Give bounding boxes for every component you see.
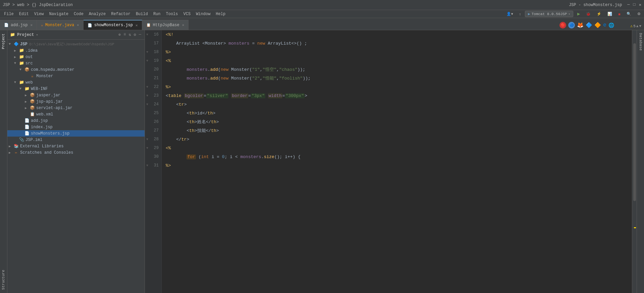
tree-web[interactable]: ▼ 📁 web bbox=[7, 79, 145, 86]
locate-btn[interactable]: ⊕ bbox=[118, 32, 121, 38]
jar-icon-jasper: 📦 bbox=[30, 93, 35, 98]
tree-label-package: com.hspedu.monster bbox=[31, 67, 74, 72]
jsp-close-22: %> bbox=[166, 85, 171, 90]
tree-jsp-api-jar[interactable]: ▶ 📦 jsp-api.jar bbox=[7, 98, 145, 105]
coverage-btn[interactable]: ⚡ bbox=[595, 11, 603, 17]
settings-btn[interactable]: ⚙ bbox=[635, 11, 643, 17]
scrollbar-thumb[interactable] bbox=[633, 43, 636, 201]
attr-width: width bbox=[268, 93, 282, 98]
folder-icon-src: 📁 bbox=[19, 61, 24, 66]
line-num-30: 30 bbox=[145, 152, 161, 161]
tree-jasper-jar[interactable]: ▶ 📦 jasper.jar bbox=[7, 92, 145, 98]
vertical-tab-project[interactable]: Project bbox=[0, 30, 7, 52]
menu-bar: File Edit View Navigate Code Analyze Ref… bbox=[0, 10, 644, 18]
module-icon: 🔷 bbox=[13, 42, 19, 47]
browser-icon-opera[interactable]: 🌐 bbox=[608, 22, 614, 28]
menu-window[interactable]: Window bbox=[193, 11, 213, 17]
warning-icon: ⚠ bbox=[630, 23, 633, 29]
tab-show-monsters-close[interactable]: ✕ bbox=[136, 23, 138, 28]
menu-tools[interactable]: Tools bbox=[163, 11, 181, 17]
tree-root-path: D:\java\Java笔记\JavawebCode\hspedu\JSP bbox=[30, 42, 114, 47]
tab-add-jsp[interactable]: 📄 add.jsp ✕ bbox=[0, 20, 37, 30]
tree-scratches[interactable]: ▶ ✏️ Scratches and Consoles bbox=[7, 149, 145, 156]
search-everywhere-btn[interactable]: 🔍 bbox=[625, 11, 633, 17]
debug-btn[interactable]: 🐞 bbox=[584, 11, 593, 17]
vcs-update-btn[interactable]: ↑ bbox=[517, 11, 523, 17]
tree-show-monsters-jsp[interactable]: ▶ 📄 showMonsters.jsp bbox=[7, 130, 145, 137]
tab-add-jsp-close[interactable]: ✕ bbox=[30, 23, 33, 27]
tab-monster-java[interactable]: ☕ Monster.java ✕ bbox=[37, 20, 84, 30]
menu-analyze[interactable]: Analyze bbox=[86, 11, 108, 17]
kw-for: for bbox=[186, 154, 196, 159]
tree-idea[interactable]: ▶ 📁 .idea bbox=[7, 47, 145, 54]
menu-edit[interactable]: Edit bbox=[16, 11, 32, 17]
vertical-tab-structure[interactable]: Structure bbox=[0, 266, 7, 293]
tree-servlet-jar[interactable]: ▶ 📦 servlet-api.jar bbox=[7, 105, 145, 111]
tree-label-web: web bbox=[25, 80, 33, 85]
tab-show-monsters-jsp[interactable]: 📄 showMonsters.jsp ✕ bbox=[84, 20, 142, 30]
menu-code[interactable]: Code bbox=[71, 11, 86, 17]
tree-index-jsp[interactable]: ▶ 📄 index.jsp bbox=[7, 124, 145, 130]
run-config-label: Tomcat 8.0.50JSP bbox=[532, 12, 567, 16]
code-editor: ▼ 16 17 ▼ 18 ▼ 19 20 21 bbox=[145, 30, 637, 293]
menu-refactor[interactable]: Refactor bbox=[108, 11, 133, 17]
run-btn[interactable]: ▶ bbox=[575, 11, 582, 17]
editor-scrollbar[interactable] bbox=[632, 30, 637, 293]
menu-navigate[interactable]: Navigate bbox=[46, 11, 71, 17]
window-title: JSP - showMonsters.jsp bbox=[569, 3, 622, 7]
menu-vcs[interactable]: VCS bbox=[181, 11, 194, 17]
stop-btn[interactable]: ■ bbox=[616, 11, 623, 17]
tree-package[interactable]: ▼ 📦 com.hspedu.monster bbox=[7, 66, 145, 73]
minimize-btn[interactable]: — bbox=[627, 2, 630, 7]
tab-monster-java-label: Monster.java bbox=[45, 23, 74, 28]
jsp-close-31: %> bbox=[166, 163, 171, 168]
jar-icon-servlet: 📦 bbox=[30, 105, 35, 110]
browser-icon-safari[interactable]: 🔶 bbox=[594, 22, 601, 29]
warning-up-arrow[interactable]: ▲ bbox=[636, 24, 639, 28]
code-lines[interactable]: <%! ArrayList < Monster > monsters = new… bbox=[162, 30, 632, 293]
tree-arrow-scratches: ▶ bbox=[9, 151, 13, 155]
tree-arrow-web: ▼ bbox=[14, 81, 19, 84]
vertical-tab-database[interactable]: Database bbox=[637, 30, 644, 53]
tab-http-close[interactable]: ✕ bbox=[182, 23, 184, 27]
browser-icon-firefox[interactable]: 🦊 bbox=[577, 22, 584, 29]
maximize-btn[interactable]: □ bbox=[633, 2, 636, 7]
menu-run[interactable]: Run bbox=[151, 11, 163, 17]
tree-add-jsp[interactable]: ▶ 📄 add.jsp bbox=[7, 117, 145, 124]
tree-jsp-iml[interactable]: ▶ 📎 JSP.iml bbox=[7, 137, 145, 143]
line-num-25: 25 bbox=[145, 109, 161, 117]
expand-all-btn[interactable]: ⇅ bbox=[128, 32, 131, 38]
title-bar-right: JSP - showMonsters.jsp — □ ✕ bbox=[569, 2, 641, 7]
warning-counter[interactable]: ⚠ 5 ▲ ▼ bbox=[628, 23, 644, 29]
browser-icon-ie[interactable]: e bbox=[603, 22, 606, 28]
browser-icon-edge[interactable]: 🔷 bbox=[586, 22, 592, 29]
collapse-all-btn[interactable]: ≡ bbox=[123, 32, 126, 38]
proj-close-btn[interactable]: — bbox=[138, 32, 142, 38]
tree-label-scratches: Scratches and Consoles bbox=[20, 150, 73, 155]
menu-file[interactable]: File bbox=[1, 11, 16, 17]
attr-bgcolor: bgcolor bbox=[184, 93, 204, 98]
menu-view[interactable]: View bbox=[32, 11, 47, 17]
profile-btn[interactable]: 📊 bbox=[605, 11, 614, 17]
tree-monster-class[interactable]: ▶ ☕ Monster bbox=[7, 73, 145, 79]
tab-monster-java-close[interactable]: ✕ bbox=[77, 23, 79, 27]
browser-icon-chrome[interactable]: 🔴 bbox=[559, 22, 566, 29]
tree-src[interactable]: ▼ 📁 src bbox=[7, 60, 145, 66]
tree-out[interactable]: ▶ 📁 out bbox=[7, 54, 145, 60]
browser-icon-chromium[interactable]: 🔵 bbox=[568, 22, 575, 29]
tree-webxml[interactable]: ▶ 📋 web.xml bbox=[7, 111, 145, 117]
warning-down-arrow[interactable]: ▼ bbox=[639, 24, 641, 28]
close-btn[interactable]: ✕ bbox=[639, 2, 641, 7]
tree-external-libs[interactable]: ▶ 📚 External Libraries bbox=[7, 143, 145, 149]
menu-help[interactable]: Help bbox=[213, 11, 228, 17]
tree-root-jsp[interactable]: ▼ 🔷 JSP D:\java\Java笔记\JavawebCode\hsped… bbox=[7, 41, 145, 47]
tree-webinf[interactable]: ▼ 📁 WEB-INF bbox=[7, 86, 145, 92]
tab-http-jsp-base[interactable]: 📋 HttpJspBase ✕ bbox=[142, 20, 189, 30]
run-config[interactable]: ▶ Tomcat 8.0.50JSP ▾ bbox=[525, 11, 573, 17]
menu-build[interactable]: Build bbox=[133, 11, 151, 17]
user-btn[interactable]: 👤▾ bbox=[504, 11, 515, 17]
main-area: Project Structure 📁 Project ▾ ⊕ ≡ ⇅ ⚙ — … bbox=[0, 30, 644, 293]
xml-icon-web: 📋 bbox=[30, 112, 35, 117]
project-dropdown-icon[interactable]: ▾ bbox=[36, 33, 38, 37]
proj-settings-btn[interactable]: ⚙ bbox=[133, 32, 137, 38]
